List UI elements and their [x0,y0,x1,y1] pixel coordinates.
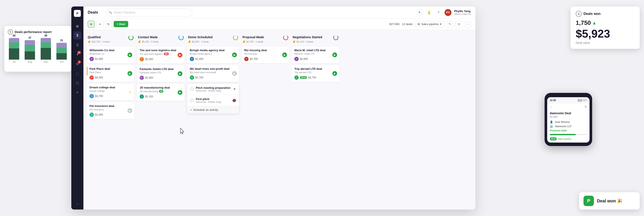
deal-card-jdmanufacturing[interactable]: JD manufacturing deal JD manufacturing A… [137,84,184,101]
schedule-label: Schedule an activity [193,108,218,112]
pipeline-select[interactable]: ⊞ Sales pipeline ▾ [415,21,444,27]
list-view-btn[interactable]: ≡ [96,21,103,28]
sidebar-item-email[interactable]: ✉ 1 [74,60,81,68]
kanban-view-btn[interactable]: ⊞ [88,21,95,28]
page-title: Deals [88,10,98,15]
column-proposal-meta: 💰 $2,700 · 1 deals [242,40,288,43]
phone-contact-row: 👤 Jose Moreno [550,120,587,124]
sidebar-item-home[interactable]: ◉ [74,22,81,30]
sidebar-item-contacts[interactable]: ☰ [74,41,81,49]
deals-won-subtitle: Deal value [576,41,634,44]
sidebar-item-deals[interactable]: $ [74,32,81,39]
deal-action-btn-gray[interactable]: ▶ [232,71,237,76]
activity-item-firstpitch[interactable]: First pitch Tomorrow · Phyllis Yang 📵 [187,95,239,106]
deal-title: Tim and sons logistics deal [140,48,182,52]
overdue-tag: 3D [164,52,169,55]
deal-title: Fantastic hotels LTD deal [140,68,182,71]
search-placeholder: Search Pipedrive [114,11,135,14]
deal-title: Park Place deal [90,67,132,70]
deal-action-btn[interactable]: ▶ [178,90,182,95]
deal-company: Bringit media agency [190,52,236,55]
deal-footer: B $1,400 ▶ [190,57,236,61]
money-icon: 💰 [292,40,296,43]
sidebar-more[interactable]: ··· [76,202,79,206]
deal-card-riohousing[interactable]: Rio housing deal Rio housing R $2,700 ▶ [242,46,289,63]
search-bar[interactable]: 🔍 Search Pipedrive [106,9,192,16]
deal-action-btn[interactable]: ▶ [178,71,182,76]
deal-card-timsons[interactable]: Tim and sons logistics deal Tim and sons… [137,46,184,64]
back-button[interactable]: ← [550,105,552,108]
deal-title: Trip abroad LTD deal [294,67,337,70]
refresh-btn[interactable]: ↻ [105,21,112,28]
deal-company: Maria M. retail LTD [294,52,337,55]
deal-card-dreamcollege[interactable]: Dream college deal Dream college D $3,70… [87,84,134,100]
column-proposal-title: Proposal Made [242,36,264,39]
phone-mockup: 12:30 ▐▐▐ WiFi ← ✎ Awesome Deal $1,800 👤… [544,93,592,146]
more-options-btn[interactable]: ⋯ [465,21,471,28]
help-icon-btn[interactable]: ? [435,9,442,16]
app-logo: P [74,10,81,17]
deal-title: JD manufacturing deal [140,86,182,89]
sidebar-item-calendar[interactable]: ⬚ [74,70,81,77]
filter-btn[interactable]: ⊟ [456,21,462,28]
deal-card-tripabroad[interactable]: Trip abroad LTD deal Trip abroad LTD T W… [292,65,339,82]
deal-footer: W $1,700 ▶ [190,76,236,80]
activity-item-pitch[interactable]: Pitch meeting preparation Tomorrow · Phy… [187,84,239,95]
deal-card-mariam[interactable]: Maria M. retail LTD deal Maria M. retail… [292,46,339,63]
deal-action-btn[interactable]: ▶ [332,52,337,57]
lightbulb-icon-btn[interactable]: 💡 [426,9,432,16]
deal-action-btn[interactable]: ▶ [332,71,337,76]
user-info: Phyllis Yang Silicon Links Inc [454,10,471,15]
deal-footer: M $2,600 ▶ [294,57,337,61]
activity-text: First pitch Tomorrow · Phyllis Yang [196,98,230,103]
phone-stage: Proposal made [550,129,567,132]
deal-avatar: P [90,112,94,117]
wifi-icon: WiFi [583,99,587,102]
search-icon: 🔍 [109,11,112,14]
plus-icon: + [190,108,192,112]
sidebar-item-reports[interactable]: ≡ [74,88,81,96]
schedule-activity-btn[interactable]: + Schedule an activity [187,106,239,114]
deal-action-btn[interactable]: ▶ [128,52,132,57]
sidebar-item-activities[interactable]: ✦ 27 [74,50,81,58]
deal-action-btn-gray[interactable]: ▶ [128,108,132,113]
activity-radio[interactable] [190,88,194,91]
avatar[interactable]: PY [444,9,452,16]
deal-action-btn-red[interactable]: ▶ [178,53,182,58]
phone-deal-amount: $1,800 [550,115,587,118]
user-company: Silicon Links Inc [454,13,471,15]
activity-radio[interactable] [190,99,194,102]
add-deal-button[interactable]: + Deal [114,21,128,27]
deal-title: Rio housing deal [244,48,286,52]
bar-aug: 37 Aug [24,36,36,63]
deal-avatar: J [140,94,144,99]
kanban-board: Qualified 💰 $10,700 · 4 deals Willamette… [84,30,476,210]
deal-card-petinsurance[interactable]: Pet insurance deal Pet insurance P $1,00… [87,102,134,119]
user-name: Phyllis Yang [454,10,471,13]
deal-card-wht[interactable]: We heart trees non-profit deal We heart … [187,65,239,82]
phone-stage-bar [550,134,587,135]
bar-oct: 31 Oct [56,39,68,63]
deal-card-parkplace[interactable]: Park Place deal Park Place P $4,500 ▶ [87,65,134,82]
deal-action-btn-warn[interactable]: ⚠ [128,90,132,94]
edit-button[interactable]: ✎ [584,105,587,108]
deal-card-bringit[interactable]: Bringit media agency deal Bringit media … [187,46,239,63]
deal-footer: D $3,700 ⚠ [90,94,132,98]
deal-card-fantastichotels[interactable]: Fantastic hotels LTD deal Fantastic hote… [137,65,184,82]
deal-card-willamette[interactable]: Willamette Co deal Willamette Co W $1,50… [87,46,134,63]
deal-footer: W $1,500 ▶ [90,57,132,61]
phone-screen: 12:30 ▐▐▐ WiFi ← ✎ Awesome Deal $1,800 👤… [547,97,590,142]
column-negotiations-header: Negotiations Started 💰 $6,110 · 2 deals [292,33,339,45]
deals-won-value: $5,923 [576,28,634,39]
deal-action-btn[interactable]: ▶ [232,52,237,57]
deal-avatar: F [140,76,144,80]
column-contact-title: Contact Made [138,36,158,39]
sidebar-item-products[interactable]: ⬡ [74,79,81,87]
money-icon: 💰 [242,40,246,43]
add-button[interactable]: + [416,9,423,16]
deal-action-btn[interactable]: ▶ [282,52,287,57]
edit-pipeline-btn[interactable]: ✎ [446,21,453,28]
money-icon: 💰 [138,40,141,43]
deal-action-btn[interactable]: ▶ [128,71,132,76]
deal-title: Willamette Co deal [90,48,132,52]
